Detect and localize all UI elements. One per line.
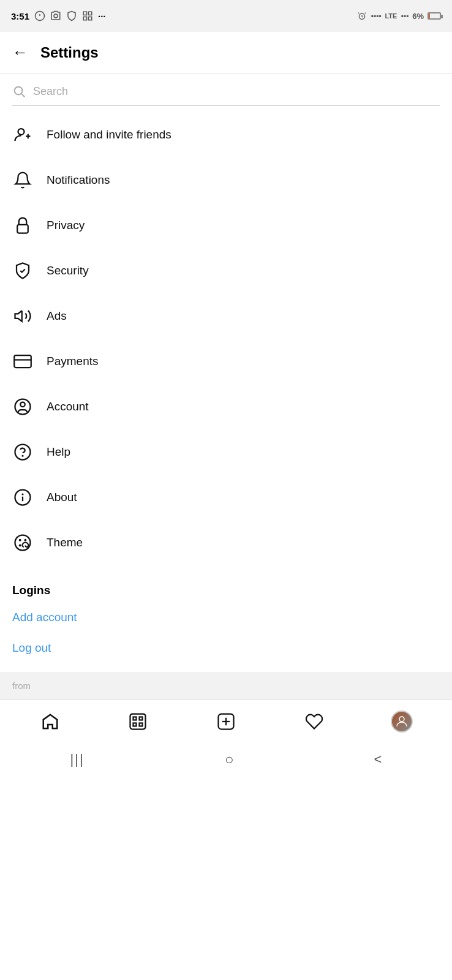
card-icon xyxy=(12,352,33,371)
svg-point-11 xyxy=(18,129,24,135)
svg-point-3 xyxy=(54,14,58,18)
status-bar: 3:51 ··· ▪▪▪▪ LTE ▪▪▪ 6% xyxy=(0,0,452,32)
lock-icon xyxy=(12,216,33,235)
menu-item-account[interactable]: Account xyxy=(12,384,440,429)
menu-item-about[interactable]: About xyxy=(12,475,440,520)
svg-rect-15 xyxy=(14,355,31,368)
shield-check-icon xyxy=(12,262,33,280)
follow-label: Follow and invite friends xyxy=(47,128,171,141)
svg-rect-14 xyxy=(17,225,28,233)
help-label: Help xyxy=(47,445,70,459)
menu-item-security[interactable]: Security xyxy=(12,248,440,293)
menu-item-payments[interactable]: Payments xyxy=(12,339,440,384)
svg-rect-31 xyxy=(134,723,137,726)
search-container: Search xyxy=(0,74,452,106)
search-placeholder[interactable]: Search xyxy=(33,85,68,98)
battery-icon xyxy=(428,12,441,20)
svg-point-19 xyxy=(15,445,31,460)
system-nav: ||| ○ < xyxy=(0,742,452,777)
menu-item-follow[interactable]: Follow and invite friends xyxy=(12,112,440,157)
sys-back-button[interactable]: < xyxy=(374,752,382,767)
settings-menu: Follow and invite friends Notifications … xyxy=(0,112,452,565)
payments-label: Payments xyxy=(47,355,98,368)
svg-point-26 xyxy=(24,539,27,541)
about-label: About xyxy=(47,491,77,504)
svg-rect-7 xyxy=(83,17,86,20)
question-icon xyxy=(12,443,33,461)
logins-section: Logins Add account Log out xyxy=(0,565,452,655)
svg-point-36 xyxy=(399,717,404,722)
bell-icon xyxy=(12,171,33,189)
sys-home-button[interactable]: ○ xyxy=(225,751,234,768)
theme-label: Theme xyxy=(47,536,83,549)
search-icon xyxy=(12,85,26,98)
svg-point-27 xyxy=(19,545,21,547)
notifications-label: Notifications xyxy=(47,173,110,187)
menu-item-ads[interactable]: Ads xyxy=(12,293,440,339)
logins-title: Logins xyxy=(12,584,440,597)
add-person-icon xyxy=(12,126,33,144)
palette-icon xyxy=(12,533,33,552)
svg-rect-5 xyxy=(89,12,92,15)
svg-line-10 xyxy=(21,94,24,97)
account-label: Account xyxy=(47,400,89,413)
back-button[interactable]: ← xyxy=(12,43,28,62)
nav-reels[interactable] xyxy=(122,706,154,737)
notification-icon xyxy=(34,10,45,21)
camera-icon xyxy=(50,10,61,21)
from-label: from xyxy=(0,672,452,699)
signal-bars2: ▪▪▪ xyxy=(401,12,409,20)
privacy-label: Privacy xyxy=(47,219,85,232)
settings-header: ← Settings xyxy=(0,32,452,74)
megaphone-icon xyxy=(12,307,33,325)
menu-item-privacy[interactable]: Privacy xyxy=(12,203,440,248)
add-account-link[interactable]: Add account xyxy=(12,611,440,624)
svg-rect-30 xyxy=(140,717,143,720)
menu-item-theme[interactable]: Theme xyxy=(12,520,440,565)
svg-point-9 xyxy=(15,87,23,95)
menu-item-help[interactable]: Help xyxy=(12,429,440,475)
svg-rect-4 xyxy=(83,12,86,15)
info-icon xyxy=(12,488,33,507)
status-time: 3:51 xyxy=(11,11,29,21)
shield-status-icon xyxy=(66,10,77,21)
page-title: Settings xyxy=(40,44,99,61)
ads-label: Ads xyxy=(47,309,67,323)
svg-rect-29 xyxy=(134,717,137,720)
svg-point-25 xyxy=(19,539,21,541)
svg-point-24 xyxy=(15,535,31,551)
alarm-icon xyxy=(357,11,367,21)
svg-rect-6 xyxy=(89,17,92,20)
search-bar[interactable]: Search xyxy=(12,85,440,106)
sys-menu-button[interactable]: ||| xyxy=(70,752,85,767)
svg-point-18 xyxy=(20,402,25,407)
svg-rect-32 xyxy=(140,723,143,726)
grid-icon xyxy=(82,10,93,21)
person-circle-icon xyxy=(12,398,33,416)
signal-bars: ▪▪▪▪ xyxy=(371,12,381,20)
more-dots: ··· xyxy=(98,11,106,21)
bottom-nav xyxy=(0,699,452,742)
logout-link[interactable]: Log out xyxy=(12,641,440,655)
security-label: Security xyxy=(47,264,89,277)
svg-rect-28 xyxy=(130,714,146,729)
nav-home[interactable] xyxy=(34,706,66,737)
nav-profile[interactable] xyxy=(386,706,418,737)
nav-heart[interactable] xyxy=(298,706,330,737)
network-lte: LTE xyxy=(385,12,397,20)
battery-percent: 6% xyxy=(412,12,424,21)
menu-item-notifications[interactable]: Notifications xyxy=(12,157,440,203)
nav-add[interactable] xyxy=(210,706,242,737)
